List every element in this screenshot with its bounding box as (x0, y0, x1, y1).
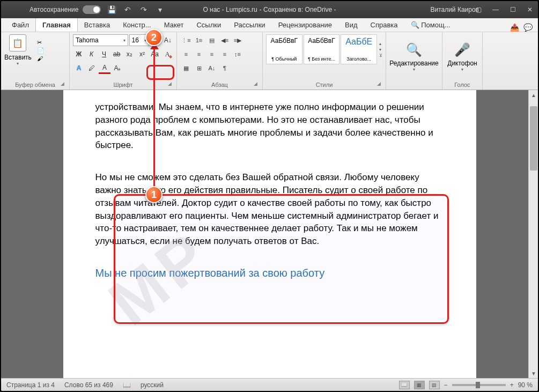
redo-icon[interactable]: ↷ (138, 4, 149, 15)
style-heading[interactable]: АаБбЕ Заголово... (341, 34, 377, 64)
save-icon[interactable]: 💾 (106, 4, 117, 15)
group-label-font: Шрифт (70, 82, 176, 88)
italic-button[interactable]: К (86, 48, 98, 60)
font-launcher[interactable]: ◢ (168, 81, 174, 87)
highlight-button[interactable]: 🖊 (86, 62, 98, 74)
show-marks-button[interactable]: ¶ (219, 62, 231, 74)
format-painter-icon[interactable]: 🖌 (37, 55, 45, 62)
tab-home[interactable]: Главная (35, 18, 78, 32)
minimize-button[interactable]: — (488, 1, 504, 18)
increase-indent-button[interactable]: ≡▶ (232, 34, 243, 46)
paste-icon[interactable]: 📋 (9, 34, 26, 51)
paragraph-1: устройствами. Мы знаем, что в интернете … (95, 101, 444, 152)
zoom-slider[interactable] (452, 384, 506, 386)
tab-review[interactable]: Рецензирование (272, 18, 338, 32)
align-right-button[interactable]: ≡ (206, 48, 218, 60)
subscript-button[interactable]: x₂ (124, 48, 136, 60)
ribbon: 📋 Вставить ▾ ✂ 📄 🖌 Буфер обмена ◢ Tahoma… (1, 32, 538, 90)
tab-view[interactable]: Вид (338, 18, 364, 32)
comments-icon[interactable]: 💬 (523, 23, 533, 32)
underline-button[interactable]: Ч (98, 48, 110, 60)
find-icon[interactable]: 🔍 (406, 42, 422, 57)
multilevel-button[interactable]: ▤ (206, 34, 218, 46)
saved-location: - Сохранено в: OneDrive - (260, 6, 336, 13)
web-layout-icon[interactable]: ▤ (429, 381, 440, 389)
qat-customize-icon[interactable]: ▾ (154, 4, 165, 15)
status-language[interactable]: русский (141, 381, 164, 389)
shading-button[interactable]: ▦ (180, 62, 192, 74)
justify-button[interactable]: ≡ (219, 48, 231, 60)
align-center-button[interactable]: ≡ (193, 48, 205, 60)
styles-up-icon[interactable]: ▴ (379, 41, 382, 46)
editing-button[interactable]: Редактирование (389, 60, 438, 67)
group-label-paragraph: Абзац (177, 82, 262, 88)
annotation-highlight-box (146, 65, 174, 80)
zoom-out-button[interactable]: − (444, 381, 448, 389)
dictate-button[interactable]: Диктофон (447, 60, 477, 67)
styles-launcher[interactable]: ◢ (377, 81, 383, 87)
tab-help[interactable]: Справка (364, 18, 404, 32)
group-label-voice: Голос (442, 82, 482, 88)
group-label-clipboard: Буфер обмена (1, 82, 69, 88)
bold-button[interactable]: Ж (73, 48, 85, 60)
share-icon[interactable]: 📤 (510, 23, 519, 32)
zoom-level[interactable]: 90 % (518, 381, 533, 389)
vertical-scrollbar[interactable]: ▲ ▼ (528, 90, 538, 378)
dictate-icon[interactable]: 🎤 (454, 42, 470, 57)
status-bar: Страница 1 из 4 Слово 65 из 469 📖 русски… (1, 378, 538, 391)
superscript-button[interactable]: x² (136, 48, 148, 60)
font-color-button[interactable]: A (99, 62, 110, 74)
strikethrough-button[interactable]: ab (111, 48, 123, 60)
close-button[interactable]: ✕ (522, 1, 538, 18)
status-page[interactable]: Страница 1 из 4 (6, 381, 55, 389)
styles-more-icon[interactable]: ⊻ (379, 53, 382, 58)
annotation-selection-box (114, 194, 449, 324)
callout-1: 1 (145, 186, 163, 203)
font-name-selector[interactable]: Tahoma▾ (73, 34, 128, 46)
align-left-button[interactable]: ≡ (180, 48, 192, 60)
voice-group: 🎤 Диктофон ▾ Голос (442, 32, 483, 90)
text-effects-button[interactable]: A (73, 62, 85, 74)
group-label-styles: Стили (263, 82, 386, 88)
shrink-font-icon[interactable]: A↓ (163, 34, 173, 46)
tab-file[interactable]: Файл (5, 18, 35, 32)
editing-group: 🔍 Редактирование ▾ (386, 32, 442, 90)
ribbon-options-icon[interactable]: ▢ (470, 1, 486, 18)
tab-search[interactable]: 🔍 Помощ... (404, 18, 457, 32)
scroll-thumb[interactable] (530, 106, 537, 171)
cut-icon[interactable]: ✂ (37, 39, 45, 46)
ribbon-tabs: Файл Главная Вставка Констр... Макет Ссы… (1, 18, 538, 32)
paragraph-launcher[interactable]: ◢ (254, 81, 260, 87)
undo-icon[interactable]: ↶ (122, 4, 133, 15)
line-spacing-button[interactable]: ↕≡ (232, 48, 243, 60)
styles-group: АаБбВвГ ¶ Обычный АаБбВвГ ¶ Без инте... … (263, 32, 386, 90)
status-words[interactable]: Слово 65 из 469 (64, 381, 113, 389)
copy-icon[interactable]: 📄 (37, 47, 45, 54)
clipboard-launcher[interactable]: ◢ (61, 81, 67, 87)
style-normal[interactable]: АаБбВвГ ¶ Обычный (266, 34, 302, 64)
borders-button[interactable]: ⊞ (193, 62, 205, 74)
bullets-button[interactable]: ⋮≡ (180, 34, 192, 46)
clear-formatting-button[interactable]: A◆ (161, 48, 173, 60)
styles-down-icon[interactable]: ▾ (379, 47, 382, 52)
tab-layout[interactable]: Макет (158, 18, 190, 32)
scroll-up-icon[interactable]: ▲ (529, 90, 538, 100)
callout-2: 2 (145, 29, 163, 46)
tab-references[interactable]: Ссылки (190, 18, 227, 32)
scroll-down-icon[interactable]: ▼ (529, 368, 538, 378)
numbering-button[interactable]: 1≡ (193, 34, 205, 46)
decrease-indent-button[interactable]: ◀≡ (219, 34, 231, 46)
autosave-toggle[interactable] (83, 5, 101, 14)
paste-button[interactable]: Вставить (4, 54, 32, 61)
print-layout-icon[interactable]: ▦ (414, 381, 425, 389)
sort-button[interactable]: A↓ (206, 62, 218, 74)
clipboard-group: 📋 Вставить ▾ ✂ 📄 🖌 Буфер обмена ◢ (1, 32, 70, 90)
style-no-spacing[interactable]: АаБбВвГ ¶ Без инте... (304, 34, 340, 64)
char-shading-button[interactable]: Aₐ (112, 62, 123, 74)
tab-insert[interactable]: Вставка (78, 18, 116, 32)
tab-mailings[interactable]: Рассылки (227, 18, 271, 32)
status-proofing-icon[interactable]: 📖 (123, 381, 131, 389)
maximize-button[interactable]: ☐ (505, 1, 521, 18)
read-mode-icon[interactable]: 📖 (399, 381, 410, 389)
zoom-in-button[interactable]: + (510, 381, 514, 389)
